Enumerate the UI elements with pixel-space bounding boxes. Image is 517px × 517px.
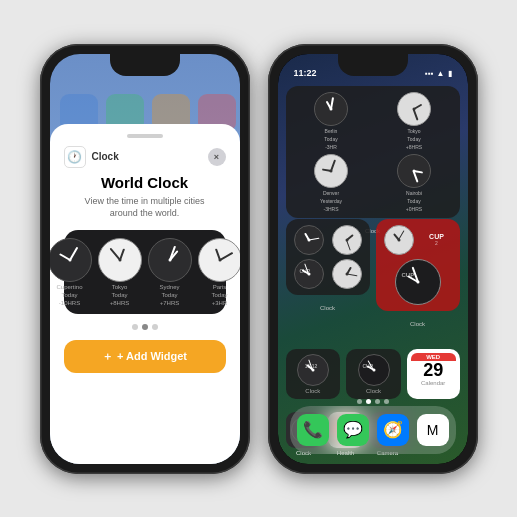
small-clock-1[interactable]: 11 12 Clock: [286, 349, 341, 399]
left-phone: 🕐 Clock × World Clock View the time in m…: [40, 44, 250, 474]
clock-cupertino: [50, 238, 92, 282]
widget-description: View the time in multiple cities around …: [64, 195, 226, 220]
safari-dock-app[interactable]: 🧭: [377, 414, 409, 446]
home-dot-2: [366, 399, 371, 404]
clock-tokyo: [98, 238, 142, 282]
small-clock-2[interactable]: CUP Clock: [346, 349, 401, 399]
add-widget-button[interactable]: ＋ + Add Widget: [64, 340, 226, 373]
sheet-handle: [127, 134, 163, 138]
clock-widget-label-2: Clock: [320, 305, 335, 311]
red-clock-widget[interactable]: CUP 2 CUP: [376, 219, 460, 330]
status-time: 11:22: [294, 68, 317, 78]
close-button[interactable]: ×: [208, 148, 226, 166]
small-clock-label-1: Clock: [305, 388, 320, 394]
city-sydney: Sydney Today +7HRS: [148, 238, 192, 306]
home-page-dots: [278, 399, 468, 404]
clock-br: [330, 259, 364, 289]
dot-1: [132, 324, 138, 330]
nairobi-cell: Nairobi Today +0HRS: [375, 154, 454, 212]
plus-icon: ＋: [102, 349, 113, 364]
small-clock-label-2: Clock: [366, 388, 381, 394]
calendar-widget[interactable]: WED 29 Calendar: [407, 349, 460, 399]
clock-paris: [198, 238, 240, 282]
berlin-clock: [314, 92, 348, 126]
sheet-header: 🕐 Clock ×: [64, 146, 226, 168]
denver-cell: Denver Yesterday -3HRS: [292, 154, 371, 212]
middle-widget-row: CUP: [286, 219, 460, 330]
battery-icon: ▮: [448, 69, 452, 78]
lower-widget-row: 11 12 Clock CUP: [286, 349, 460, 399]
widget-title: World Clock: [101, 174, 188, 191]
denver-clock: [314, 154, 348, 188]
clock-app-icon: 🕐: [64, 146, 86, 168]
main-container: 🕐 Clock × World Clock View the time in m…: [40, 44, 478, 474]
red-clock-bottom: CUP: [382, 259, 454, 305]
phone-dock-app[interactable]: 📞: [297, 414, 329, 446]
top-widget-area: Berlin Today -3HR Tokyo Today: [286, 86, 460, 237]
status-icons: ▪▪▪ ▲ ▮: [425, 69, 451, 78]
city-tokyo: Tokyo Today +8HRS: [98, 238, 142, 306]
dot-3: [152, 324, 158, 330]
dark-clock-widget[interactable]: CUP: [286, 219, 370, 330]
red-clock-tr: CUP 2: [420, 225, 454, 255]
signal-icon: ▪▪▪: [425, 69, 434, 78]
city-paris: Paris Today +3HR: [198, 238, 240, 306]
gmail-dock-app[interactable]: M: [417, 414, 449, 446]
notch-left: [110, 54, 180, 76]
status-bar: 11:22 ▪▪▪ ▲ ▮: [278, 54, 468, 82]
city-cupertino: Cupertino Today -10HRS: [50, 238, 92, 306]
tokyo-cell: Tokyo Today +8HRS: [375, 92, 454, 150]
sheet-app-name: Clock: [92, 151, 119, 162]
nairobi-clock: [397, 154, 431, 188]
clock-bl: CUP: [292, 259, 326, 289]
world-clock-widget-top[interactable]: Berlin Today -3HR Tokyo Today: [286, 86, 460, 218]
home-dot-3: [375, 399, 380, 404]
tokyo-clock: [397, 92, 431, 126]
home-dot-1: [357, 399, 362, 404]
messages-dock-app[interactable]: 💬: [337, 414, 369, 446]
berlin-cell: Berlin Today -3HR: [292, 92, 371, 150]
red-clock-tl: [382, 225, 416, 255]
home-dot-4: [384, 399, 389, 404]
clock-widget-label-3: Clock: [410, 321, 425, 327]
widget-preview: Cupertino Today -10HRS Tokyo: [64, 230, 226, 314]
clock-tl: [292, 225, 326, 255]
clock-tr: [330, 225, 364, 255]
right-phone: 11:22 ▪▪▪ ▲ ▮: [268, 44, 478, 474]
cal-date: 29: [423, 361, 443, 379]
cal-label: Calendar: [421, 380, 445, 386]
dot-2: [142, 324, 148, 330]
wifi-icon: ▲: [437, 69, 445, 78]
dock: 📞 💬 🧭 M: [290, 406, 456, 454]
widget-sheet: 🕐 Clock × World Clock View the time in m…: [50, 124, 240, 464]
page-indicator: [132, 324, 158, 330]
clock-sydney: [148, 238, 192, 282]
